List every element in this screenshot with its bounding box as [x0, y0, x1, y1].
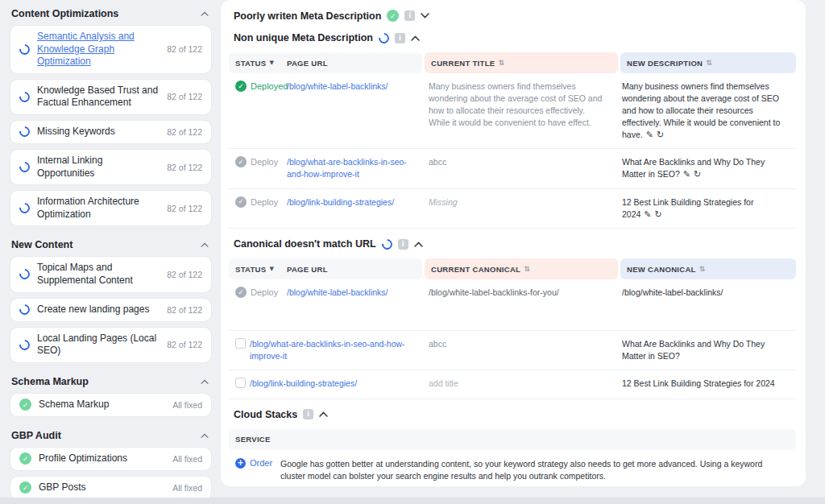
sidebar-section-new-content: New Content Topical Maps and Supplementa…	[10, 236, 212, 362]
sidebar-item-information-architecture[interactable]: Information Architecture Optimization 82…	[10, 190, 212, 226]
column-header-current-title[interactable]: CURRENT TITLE⇅	[425, 59, 504, 68]
chevron-up-icon[interactable]	[201, 433, 209, 438]
section-title: Poorly writen Meta Description	[234, 10, 381, 22]
column-header-status[interactable]: STATUS▼	[229, 59, 280, 68]
page-url-link[interactable]: /blog/link-building-strategies/	[287, 197, 394, 207]
table-row: ✓ Deploy /blog/link-building-strategies/…	[229, 189, 796, 229]
chevron-down-icon[interactable]	[421, 13, 429, 19]
sidebar-item-count: 82 of 122	[167, 340, 202, 349]
page-url-link[interactable]: /blog/what-are-backlinks-in-seo-and-how-…	[250, 339, 405, 361]
sidebar-item-profile-optimizations[interactable]: ✓ Profile Optimizations All fixed	[10, 447, 212, 471]
sidebar-item-count: All fixed	[172, 400, 202, 410]
sort-icon[interactable]: ⇅	[498, 59, 504, 67]
sidebar-item-label: Internal Linking Opportunities	[37, 155, 160, 180]
new-canonical-text: 12 Best Link Building Strategies for 202…	[622, 378, 775, 388]
page-url-link[interactable]: /blog/white-label-backlinks/	[287, 287, 388, 297]
deploy-check-icon: ✓	[235, 156, 247, 167]
chevron-up-icon[interactable]	[201, 11, 209, 16]
sidebar-item-topical-maps[interactable]: Topical Maps and Supplemental Content 82…	[10, 256, 212, 292]
service-row: + Order Google has gotten better at unde…	[229, 450, 796, 486]
progress-spinner-icon	[17, 159, 31, 174]
current-canonical-text: abcc	[429, 339, 446, 349]
plus-circle-icon: +	[235, 458, 246, 469]
section-header[interactable]: Schema Markup	[10, 373, 212, 393]
info-icon[interactable]: i	[303, 409, 313, 419]
table-row: /blog/link-building-strategies/ add titl…	[229, 370, 796, 399]
edit-pencil-icon[interactable]: ✎	[683, 169, 690, 180]
sidebar-item-label: Create new landing pages	[37, 304, 160, 316]
check-circle-icon: ✓	[19, 481, 31, 494]
page-url-link[interactable]: /blog/link-building-strategies/	[250, 378, 357, 388]
progress-spinner-icon	[17, 42, 31, 56]
sidebar-item-semantic-analysis[interactable]: Semantic Analysis and Knowledge Graph Op…	[10, 25, 212, 74]
section-header[interactable]: New Content	[10, 236, 212, 256]
edit-pencil-icon[interactable]: ✎	[644, 209, 651, 220]
current-canonical-text: /blog/white-label-backlinks-for-you/	[429, 287, 559, 297]
edit-pencil-icon[interactable]: ✎	[646, 130, 653, 140]
chevron-up-icon[interactable]	[201, 242, 209, 247]
sidebar-item-count: 82 of 122	[167, 270, 202, 279]
order-button[interactable]: + Order	[229, 458, 280, 469]
status-cell[interactable]: ✓ Deploy	[229, 156, 280, 181]
chevron-up-icon[interactable]	[411, 35, 420, 41]
chevron-up-icon[interactable]	[201, 379, 209, 384]
regenerate-icon[interactable]: ↻	[655, 209, 662, 220]
info-icon[interactable]: i	[395, 33, 405, 43]
column-header-new-canonical[interactable]: NEW CANONICAL⇅	[620, 265, 706, 274]
row-checkbox[interactable]	[235, 378, 246, 388]
sidebar-section-schema-markup: Schema Markup ✓ Schema Markup All fixed	[10, 373, 212, 417]
section-canonical-header: Canonical doesn't match URL i	[229, 229, 796, 257]
sidebar-item-count: All fixed	[172, 483, 202, 493]
new-description-text: 12 Best Link Building Strategies for 202…	[622, 197, 753, 219]
window-bottom-edge	[0, 498, 825, 504]
status-done-icon: ✓	[387, 10, 399, 22]
table-row: ✓ Deployed /blog/white-label-backlinks/ …	[229, 73, 796, 149]
new-canonical-text: /blog/white-label-backlinks/	[622, 287, 723, 297]
sidebar-item-landing-pages[interactable]: Create new landing pages 82 of 122	[10, 298, 212, 322]
deployed-check-icon: ✓	[235, 81, 247, 92]
filter-caret-icon[interactable]: ▼	[269, 60, 274, 66]
deploy-check-icon: ✓	[235, 287, 247, 298]
sidebar-item-label[interactable]: Semantic Analysis and Knowledge Graph Op…	[37, 31, 160, 68]
current-title-text: Many business owners find themselves won…	[429, 81, 602, 127]
info-icon[interactable]: i	[404, 10, 415, 21]
status-cell[interactable]: ✓ Deploy	[229, 287, 280, 323]
column-header-status[interactable]: STATUS▼	[229, 265, 280, 274]
status-cell[interactable]: ✓ Deployed	[229, 81, 280, 141]
chevron-up-icon[interactable]	[319, 411, 328, 417]
info-icon[interactable]: i	[398, 239, 408, 250]
filter-caret-icon[interactable]: ▼	[269, 266, 274, 272]
column-header-new-description[interactable]: NEW DESCRIPTION⇅	[620, 59, 712, 68]
row-checkbox[interactable]	[235, 338, 246, 349]
sidebar-item-missing-keywords[interactable]: Missing Keywords 82 of 122	[10, 120, 212, 144]
page-url-link[interactable]: /blog/white-label-backlinks/	[287, 81, 388, 91]
sort-icon[interactable]: ⇅	[699, 265, 706, 273]
sidebar-item-schema-markup[interactable]: ✓ Schema Markup All fixed	[10, 393, 212, 417]
column-header-current-canonical[interactable]: CURRENT CANONICAL⇅	[425, 265, 530, 274]
meta-table-header: STATUS▼ PAGE URL CURRENT TITLE⇅ NEW DESC…	[229, 52, 796, 73]
sidebar-item-label: GBP Posts	[39, 481, 165, 494]
regenerate-icon[interactable]: ↻	[694, 169, 701, 180]
section-header[interactable]: Content Optimizations	[10, 5, 212, 25]
sidebar-item-gbp-posts[interactable]: ✓ GBP Posts All fixed	[10, 476, 212, 500]
progress-spinner-icon	[376, 31, 391, 45]
status-label: Deploy	[251, 156, 278, 169]
add-title-placeholder[interactable]: add title	[429, 378, 458, 388]
sidebar-section-content-optimizations: Content Optimizations Semantic Analysis …	[10, 5, 212, 226]
sort-icon[interactable]: ⇅	[706, 59, 712, 67]
page-url-link[interactable]: /blog/what-are-backlinks-in-seo-and-how-…	[287, 157, 407, 179]
sidebar-item-local-landing-pages[interactable]: Local Landing Pages (Local SEO) 82 of 12…	[10, 327, 212, 363]
sidebar-item-count: All fixed	[172, 454, 202, 464]
progress-spinner-icon	[17, 201, 31, 216]
sort-icon[interactable]: ⇅	[524, 265, 530, 273]
section-header[interactable]: GBP Audit	[10, 427, 212, 447]
column-header-service: SERVICE	[229, 435, 271, 444]
status-cell[interactable]: ✓ Deploy	[229, 196, 280, 221]
chevron-up-icon[interactable]	[414, 242, 423, 247]
status-label: Deploy	[251, 287, 278, 300]
sidebar-item-internal-linking[interactable]: Internal Linking Opportunities 82 of 122	[10, 149, 212, 185]
sidebar-item-knowledge-trust[interactable]: Knowledge Based Trust and Factual Enhanc…	[10, 79, 212, 115]
regenerate-icon[interactable]: ↻	[657, 130, 664, 140]
check-circle-icon: ✓	[19, 452, 31, 465]
sidebar-item-count: 82 of 122	[167, 92, 202, 101]
